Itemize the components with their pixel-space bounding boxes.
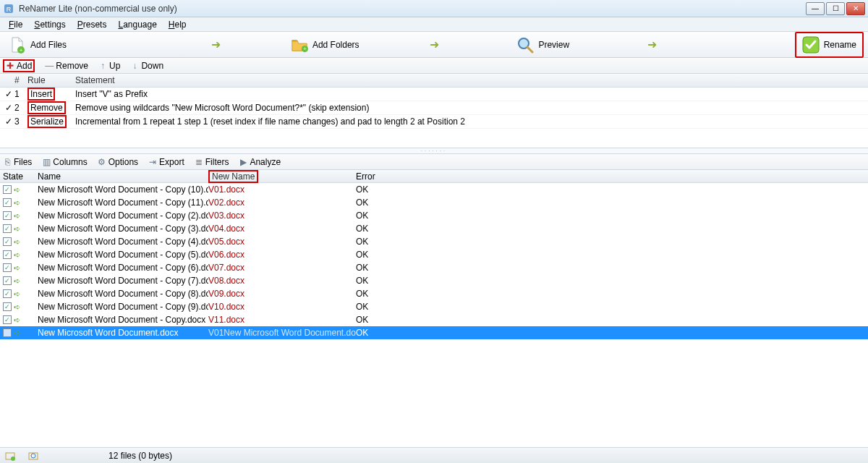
file-error: OK [356, 237, 865, 247]
menu-presets[interactable]: Presets [72, 18, 113, 31]
rule-row[interactable]: ✓1InsertInsert "V" as Prefix [0, 88, 868, 101]
menu-help[interactable]: Help [163, 18, 192, 31]
rule-row[interactable]: ✓3SerializeIncremental from 1 repeat 1 s… [0, 115, 868, 129]
add-rule-button[interactable]: ✚Add [6, 61, 32, 71]
window-title: ReNamer Lite (non-commercial use only) [19, 4, 804, 14]
svg-line-7 [527, 47, 532, 52]
options-btn[interactable]: ⚙Options [98, 157, 138, 167]
file-name: New Microsoft Word Document - Copy (3).d… [38, 224, 208, 234]
remove-rule-button[interactable]: —Remove [45, 61, 88, 71]
down-rule-button[interactable]: ↓Down [130, 61, 163, 71]
file-row[interactable]: ✓➪New Microsoft Word Document - Copy (5)… [0, 248, 868, 261]
file-error: OK [356, 276, 865, 286]
svg-point-12 [31, 454, 35, 458]
svg-text:+: + [303, 46, 306, 52]
col-newname[interactable]: New Name [208, 170, 356, 183]
up-rule-button[interactable]: ↑Up [98, 61, 120, 71]
rule-row[interactable]: ✓2RemoveRemove using wildcards "New Micr… [0, 101, 868, 115]
file-checkbox[interactable]: ✓ [3, 237, 12, 246]
maximize-button[interactable]: ☐ [826, 2, 845, 15]
rename-label: Rename [824, 40, 856, 50]
col-statement[interactable]: Statement [75, 75, 865, 85]
file-row[interactable]: ✓➪New Microsoft Word Document - Copy (7)… [0, 274, 868, 287]
add-folders-label: Add Folders [312, 40, 359, 50]
rule-type: Insert [27, 88, 55, 101]
file-checkbox[interactable]: ✓ [3, 224, 12, 233]
add-files-button[interactable]: + Add Files [4, 35, 71, 55]
file-error: OK [356, 197, 865, 208]
file-newname: V08.docx [208, 276, 356, 286]
file-row[interactable]: ✓➪New Microsoft Word Document - Copy (11… [0, 196, 868, 209]
col-rule[interactable]: Rule [27, 75, 75, 85]
file-row[interactable]: ✓➪New Microsoft Word Document - Copy (9)… [0, 300, 868, 313]
export-btn[interactable]: ⇥Export [148, 157, 184, 167]
menu-file[interactable]: File [3, 18, 28, 31]
analyze-btn[interactable]: ▶Analyze [239, 157, 281, 167]
arrow-icon: ➪ [14, 328, 20, 338]
file-row[interactable]: ✓➪New Microsoft Word Document - Copy (6)… [0, 261, 868, 274]
file-newname: V04.docx [208, 224, 356, 234]
menu-bar: File Settings Presets Language Help [0, 17, 868, 32]
file-name: New Microsoft Word Document - Copy (11).… [38, 197, 208, 208]
file-checkbox[interactable] [3, 328, 12, 337]
file-checkbox[interactable]: ✓ [3, 263, 12, 272]
svg-text:R: R [7, 6, 12, 13]
files-btn[interactable]: ⎘Files [3, 157, 32, 167]
file-checkbox[interactable]: ✓ [3, 211, 12, 220]
columns-btn[interactable]: ▥Columns [42, 157, 87, 167]
file-checkbox[interactable]: ✓ [3, 315, 12, 324]
col-num[interactable]: # [14, 75, 27, 85]
status-text: 12 files (0 bytes) [109, 451, 172, 461]
files-toolbar: ⎘Files ▥Columns ⚙Options ⇥Export ≣Filter… [0, 154, 868, 170]
menu-language[interactable]: Language [112, 18, 162, 31]
menu-settings[interactable]: Settings [28, 18, 71, 31]
file-checkbox[interactable]: ✓ [3, 302, 12, 311]
filters-btn[interactable]: ≣Filters [195, 157, 229, 167]
window-titlebar: R ReNamer Lite (non-commercial use only)… [0, 0, 868, 17]
file-newname: V09.docx [208, 289, 356, 299]
minimize-button[interactable]: — [806, 2, 825, 15]
magnifier-icon [516, 36, 534, 54]
file-row[interactable]: ➪New Microsoft Word Document.docxV01New … [0, 326, 868, 339]
rename-button[interactable]: Rename [798, 35, 861, 55]
rule-checkbox[interactable]: ✓ [5, 116, 12, 127]
file-row[interactable]: ✓➪New Microsoft Word Document - Copy (4)… [0, 235, 868, 248]
file-icon: + [9, 36, 26, 54]
rule-statement: Remove using wildcards "New Microsoft Wo… [75, 103, 865, 113]
file-name: New Microsoft Word Document - Copy (5).d… [38, 250, 208, 260]
files-blank-area[interactable] [0, 339, 868, 447]
col-error[interactable]: Error [356, 171, 865, 182]
file-checkbox[interactable]: ✓ [3, 289, 12, 298]
check-icon [802, 36, 820, 54]
file-name: New Microsoft Word Document - Copy (2).d… [38, 211, 208, 221]
svg-point-10 [11, 456, 15, 461]
status-bar: 12 files (0 bytes) [0, 447, 868, 463]
col-state[interactable]: State [3, 171, 38, 182]
file-checkbox[interactable]: ✓ [3, 185, 12, 194]
file-row[interactable]: ✓➪New Microsoft Word Document - Copy.doc… [0, 313, 868, 326]
file-name: New Microsoft Word Document - Copy.docx [38, 315, 208, 325]
splitter-handle[interactable]: ∙∙∙∙∙∙∙ [0, 148, 868, 154]
status-icon-2[interactable] [27, 450, 39, 462]
file-row[interactable]: ✓➪New Microsoft Word Document - Copy (8)… [0, 287, 868, 300]
status-icon-1[interactable] [4, 450, 16, 462]
rule-checkbox[interactable]: ✓ [5, 103, 12, 113]
close-button[interactable]: ✕ [846, 2, 865, 15]
add-files-label: Add Files [30, 40, 67, 50]
file-checkbox[interactable]: ✓ [3, 276, 12, 285]
rule-checkbox[interactable]: ✓ [5, 89, 12, 99]
add-folders-button[interactable]: + Add Folders [286, 35, 364, 55]
file-row[interactable]: ✓➪New Microsoft Word Document - Copy (3)… [0, 222, 868, 235]
down-arrow-icon: ↓ [130, 61, 139, 71]
arrow-icon: ➜ [210, 38, 223, 51]
file-checkbox[interactable]: ✓ [3, 198, 12, 207]
arrow-icon: ➪ [14, 276, 20, 286]
file-name: New Microsoft Word Document - Copy (4).d… [38, 237, 208, 247]
file-row[interactable]: ✓➪New Microsoft Word Document - Copy (2)… [0, 209, 868, 222]
preview-button[interactable]: Preview [512, 35, 574, 55]
col-name[interactable]: Name [38, 171, 208, 182]
file-row[interactable]: ✓➪New Microsoft Word Document - Copy (10… [0, 183, 868, 196]
file-checkbox[interactable]: ✓ [3, 250, 12, 259]
file-error: OK [356, 211, 865, 221]
arrow-icon: ➪ [14, 289, 20, 299]
